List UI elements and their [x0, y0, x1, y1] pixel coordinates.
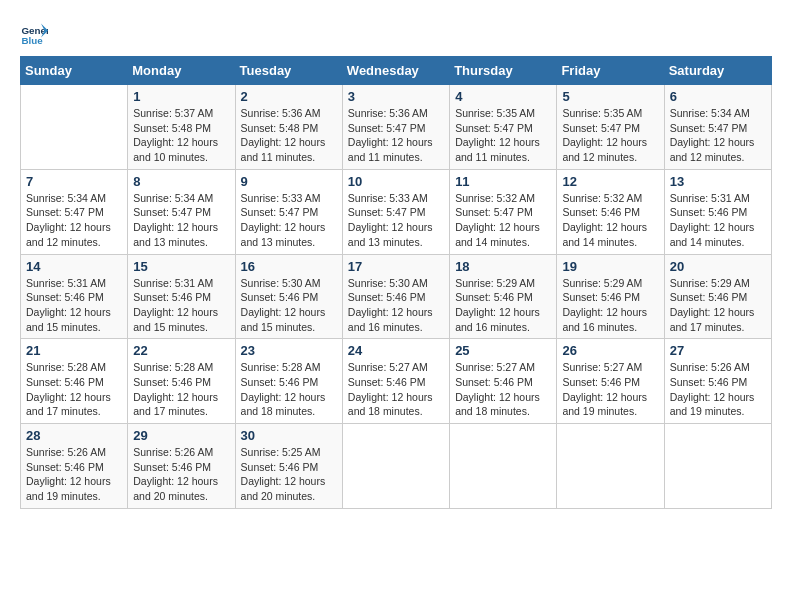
day-info: Sunrise: 5:34 AMSunset: 5:47 PMDaylight:…	[133, 191, 229, 250]
calendar-week-row: 28 Sunrise: 5:26 AMSunset: 5:46 PMDaylig…	[21, 424, 772, 509]
weekday-header: Monday	[128, 57, 235, 85]
page-header: General Blue	[20, 20, 772, 48]
calendar-cell: 13 Sunrise: 5:31 AMSunset: 5:46 PMDaylig…	[664, 169, 771, 254]
day-number: 25	[455, 343, 551, 358]
day-info: Sunrise: 5:27 AMSunset: 5:46 PMDaylight:…	[562, 360, 658, 419]
calendar-cell: 22 Sunrise: 5:28 AMSunset: 5:46 PMDaylig…	[128, 339, 235, 424]
day-info: Sunrise: 5:36 AMSunset: 5:47 PMDaylight:…	[348, 106, 444, 165]
day-info: Sunrise: 5:29 AMSunset: 5:46 PMDaylight:…	[670, 276, 766, 335]
day-number: 15	[133, 259, 229, 274]
day-info: Sunrise: 5:37 AMSunset: 5:48 PMDaylight:…	[133, 106, 229, 165]
day-number: 21	[26, 343, 122, 358]
day-info: Sunrise: 5:28 AMSunset: 5:46 PMDaylight:…	[26, 360, 122, 419]
day-info: Sunrise: 5:28 AMSunset: 5:46 PMDaylight:…	[241, 360, 337, 419]
calendar-cell: 2 Sunrise: 5:36 AMSunset: 5:48 PMDayligh…	[235, 85, 342, 170]
calendar-cell: 29 Sunrise: 5:26 AMSunset: 5:46 PMDaylig…	[128, 424, 235, 509]
calendar-cell: 25 Sunrise: 5:27 AMSunset: 5:46 PMDaylig…	[450, 339, 557, 424]
day-number: 10	[348, 174, 444, 189]
calendar-table: SundayMondayTuesdayWednesdayThursdayFrid…	[20, 56, 772, 509]
calendar-cell: 19 Sunrise: 5:29 AMSunset: 5:46 PMDaylig…	[557, 254, 664, 339]
day-info: Sunrise: 5:27 AMSunset: 5:46 PMDaylight:…	[455, 360, 551, 419]
day-number: 3	[348, 89, 444, 104]
logo: General Blue	[20, 20, 52, 48]
weekday-header: Wednesday	[342, 57, 449, 85]
day-number: 18	[455, 259, 551, 274]
day-number: 19	[562, 259, 658, 274]
day-info: Sunrise: 5:31 AMSunset: 5:46 PMDaylight:…	[26, 276, 122, 335]
day-number: 1	[133, 89, 229, 104]
calendar-cell: 21 Sunrise: 5:28 AMSunset: 5:46 PMDaylig…	[21, 339, 128, 424]
day-info: Sunrise: 5:34 AMSunset: 5:47 PMDaylight:…	[670, 106, 766, 165]
calendar-cell: 6 Sunrise: 5:34 AMSunset: 5:47 PMDayligh…	[664, 85, 771, 170]
day-info: Sunrise: 5:30 AMSunset: 5:46 PMDaylight:…	[348, 276, 444, 335]
day-info: Sunrise: 5:26 AMSunset: 5:46 PMDaylight:…	[670, 360, 766, 419]
weekday-header: Thursday	[450, 57, 557, 85]
day-number: 27	[670, 343, 766, 358]
day-number: 29	[133, 428, 229, 443]
weekday-header: Tuesday	[235, 57, 342, 85]
day-number: 7	[26, 174, 122, 189]
weekday-header: Saturday	[664, 57, 771, 85]
calendar-cell: 16 Sunrise: 5:30 AMSunset: 5:46 PMDaylig…	[235, 254, 342, 339]
day-info: Sunrise: 5:27 AMSunset: 5:46 PMDaylight:…	[348, 360, 444, 419]
day-number: 16	[241, 259, 337, 274]
day-info: Sunrise: 5:34 AMSunset: 5:47 PMDaylight:…	[26, 191, 122, 250]
day-info: Sunrise: 5:30 AMSunset: 5:46 PMDaylight:…	[241, 276, 337, 335]
day-number: 14	[26, 259, 122, 274]
calendar-cell: 23 Sunrise: 5:28 AMSunset: 5:46 PMDaylig…	[235, 339, 342, 424]
day-number: 8	[133, 174, 229, 189]
day-number: 26	[562, 343, 658, 358]
calendar-cell: 1 Sunrise: 5:37 AMSunset: 5:48 PMDayligh…	[128, 85, 235, 170]
calendar-cell: 10 Sunrise: 5:33 AMSunset: 5:47 PMDaylig…	[342, 169, 449, 254]
calendar-cell: 28 Sunrise: 5:26 AMSunset: 5:46 PMDaylig…	[21, 424, 128, 509]
calendar-cell: 7 Sunrise: 5:34 AMSunset: 5:47 PMDayligh…	[21, 169, 128, 254]
calendar-cell: 20 Sunrise: 5:29 AMSunset: 5:46 PMDaylig…	[664, 254, 771, 339]
calendar-cell: 18 Sunrise: 5:29 AMSunset: 5:46 PMDaylig…	[450, 254, 557, 339]
day-info: Sunrise: 5:29 AMSunset: 5:46 PMDaylight:…	[562, 276, 658, 335]
logo-icon: General Blue	[20, 20, 48, 48]
day-number: 28	[26, 428, 122, 443]
day-info: Sunrise: 5:36 AMSunset: 5:48 PMDaylight:…	[241, 106, 337, 165]
day-info: Sunrise: 5:29 AMSunset: 5:46 PMDaylight:…	[455, 276, 551, 335]
calendar-cell: 15 Sunrise: 5:31 AMSunset: 5:46 PMDaylig…	[128, 254, 235, 339]
day-number: 23	[241, 343, 337, 358]
calendar-week-row: 21 Sunrise: 5:28 AMSunset: 5:46 PMDaylig…	[21, 339, 772, 424]
day-info: Sunrise: 5:35 AMSunset: 5:47 PMDaylight:…	[455, 106, 551, 165]
day-info: Sunrise: 5:33 AMSunset: 5:47 PMDaylight:…	[241, 191, 337, 250]
calendar-cell	[21, 85, 128, 170]
day-info: Sunrise: 5:31 AMSunset: 5:46 PMDaylight:…	[670, 191, 766, 250]
calendar-week-row: 7 Sunrise: 5:34 AMSunset: 5:47 PMDayligh…	[21, 169, 772, 254]
calendar-cell	[664, 424, 771, 509]
calendar-cell	[557, 424, 664, 509]
calendar-cell: 27 Sunrise: 5:26 AMSunset: 5:46 PMDaylig…	[664, 339, 771, 424]
day-number: 9	[241, 174, 337, 189]
calendar-cell: 8 Sunrise: 5:34 AMSunset: 5:47 PMDayligh…	[128, 169, 235, 254]
calendar-cell	[450, 424, 557, 509]
calendar-week-row: 1 Sunrise: 5:37 AMSunset: 5:48 PMDayligh…	[21, 85, 772, 170]
calendar-cell: 17 Sunrise: 5:30 AMSunset: 5:46 PMDaylig…	[342, 254, 449, 339]
calendar-cell	[342, 424, 449, 509]
calendar-cell: 5 Sunrise: 5:35 AMSunset: 5:47 PMDayligh…	[557, 85, 664, 170]
day-number: 20	[670, 259, 766, 274]
day-number: 24	[348, 343, 444, 358]
weekday-header: Sunday	[21, 57, 128, 85]
day-info: Sunrise: 5:26 AMSunset: 5:46 PMDaylight:…	[133, 445, 229, 504]
day-info: Sunrise: 5:28 AMSunset: 5:46 PMDaylight:…	[133, 360, 229, 419]
calendar-cell: 14 Sunrise: 5:31 AMSunset: 5:46 PMDaylig…	[21, 254, 128, 339]
day-number: 6	[670, 89, 766, 104]
day-info: Sunrise: 5:33 AMSunset: 5:47 PMDaylight:…	[348, 191, 444, 250]
day-number: 13	[670, 174, 766, 189]
calendar-cell: 4 Sunrise: 5:35 AMSunset: 5:47 PMDayligh…	[450, 85, 557, 170]
calendar-cell: 9 Sunrise: 5:33 AMSunset: 5:47 PMDayligh…	[235, 169, 342, 254]
day-number: 11	[455, 174, 551, 189]
day-info: Sunrise: 5:31 AMSunset: 5:46 PMDaylight:…	[133, 276, 229, 335]
day-number: 30	[241, 428, 337, 443]
calendar-cell: 26 Sunrise: 5:27 AMSunset: 5:46 PMDaylig…	[557, 339, 664, 424]
day-info: Sunrise: 5:32 AMSunset: 5:47 PMDaylight:…	[455, 191, 551, 250]
day-number: 5	[562, 89, 658, 104]
day-number: 2	[241, 89, 337, 104]
day-number: 22	[133, 343, 229, 358]
calendar-cell: 12 Sunrise: 5:32 AMSunset: 5:46 PMDaylig…	[557, 169, 664, 254]
calendar-header-row: SundayMondayTuesdayWednesdayThursdayFrid…	[21, 57, 772, 85]
calendar-cell: 11 Sunrise: 5:32 AMSunset: 5:47 PMDaylig…	[450, 169, 557, 254]
